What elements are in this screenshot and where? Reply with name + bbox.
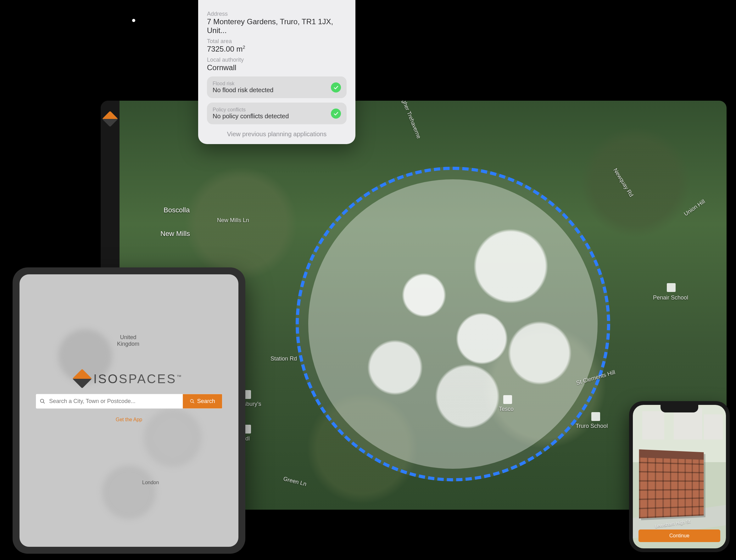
map-label-higher-trehaverne: Higher Trehaverne (398, 101, 422, 140)
area-value: 7325.00 m2 (207, 45, 347, 53)
map-label-station-rd: Station Rd (271, 356, 297, 362)
tablet-device: UnitedKingdom London ISOSPACES™ Search G… (13, 267, 245, 554)
map-label-london: London (142, 480, 159, 485)
policy-conflicts-value: No policy conflicts detected (213, 113, 331, 120)
continue-button[interactable]: Continue (638, 529, 720, 542)
brand-logo-icon (72, 369, 92, 389)
tablet-screen: UnitedKingdom London ISOSPACES™ Search G… (20, 274, 239, 547)
svg-point-0 (40, 399, 44, 402)
map-label-new-mills: New Mills (160, 230, 190, 238)
policy-conflicts-row[interactable]: Policy conflicts No policy conflicts det… (207, 103, 347, 124)
svg-line-3 (193, 402, 194, 403)
search-button[interactable]: Search (183, 394, 222, 408)
map-label-tesco: Tesco (499, 406, 514, 412)
brand-logo-row: ISOSPACES™ (75, 372, 183, 386)
search-bar: Search (36, 394, 222, 408)
checkmark-icon (331, 82, 341, 92)
map-label-union-hill: Union Hill (683, 198, 706, 217)
building-block (704, 414, 723, 440)
get-app-link[interactable]: Get the App (116, 417, 143, 422)
shop-icon[interactable] (503, 395, 512, 404)
flood-risk-value: No flood risk detected (213, 87, 331, 94)
3d-building (639, 449, 704, 518)
map-label-newquay-rd: Newquay Rd (612, 167, 634, 198)
address-label: Address (207, 11, 347, 17)
parcel-overlay (308, 179, 598, 469)
previous-applications-link[interactable]: View previous planning applications (207, 131, 347, 138)
map-label-new-mills-ln: New Mills Ln (217, 217, 249, 224)
school-icon[interactable] (591, 412, 600, 421)
policy-conflicts-label: Policy conflicts (213, 107, 331, 113)
brand-text: ISOSPACES™ (93, 372, 183, 386)
search-input[interactable] (49, 394, 183, 408)
search-icon (36, 394, 49, 408)
map-label-truro-school: Truro School (576, 423, 608, 429)
address-value: 7 Monterey Gardens, Truro, TR1 1JX, Unit… (207, 17, 347, 35)
phone-screen[interactable]: Lewisham High St Continue (633, 405, 726, 548)
building-block (674, 408, 702, 440)
flood-risk-label: Flood risk (213, 81, 331, 87)
property-info-card: Address 7 Monterey Gardens, Truro, TR1 1… (198, 0, 356, 144)
decorative-dot (132, 19, 135, 22)
svg-line-1 (43, 402, 45, 403)
authority-label: Local authority (207, 57, 347, 63)
search-radius-circle (296, 167, 610, 481)
flood-risk-row[interactable]: Flood risk No flood risk detected (207, 76, 347, 98)
checkmark-icon (331, 109, 341, 119)
area-label: Total area (207, 38, 347, 45)
building-block (642, 411, 664, 440)
map-label-boscolla: Boscolla (164, 206, 190, 214)
map-label-penair-school: Penair School (653, 294, 688, 301)
map-label-uk: UnitedKingdom (117, 334, 139, 347)
app-logo-icon[interactable] (102, 111, 118, 127)
phone-device: Lewisham High St Continue (629, 401, 730, 552)
school-icon[interactable] (667, 283, 676, 292)
authority-value: Cornwall (207, 63, 347, 72)
phone-notch (660, 405, 698, 412)
map-label-green-ln: Green Ln (283, 475, 307, 488)
svg-point-2 (190, 399, 193, 402)
